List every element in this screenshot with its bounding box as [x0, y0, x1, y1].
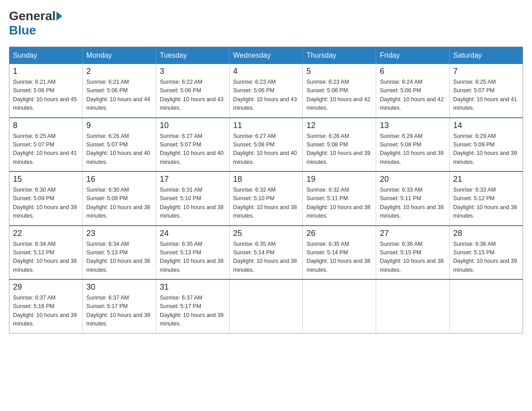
calendar-table: SundayMondayTuesdayWednesdayThursdayFrid…	[9, 47, 523, 334]
day-info: Sunrise: 6:29 AMSunset: 5:09 PMDaylight:…	[453, 132, 519, 167]
day-number: 27	[380, 229, 446, 238]
calendar-week-3: 15Sunrise: 6:30 AMSunset: 5:09 PMDayligh…	[9, 171, 523, 226]
calendar-cell: 10Sunrise: 6:27 AMSunset: 5:07 PMDayligh…	[156, 118, 229, 172]
day-info: Sunrise: 6:32 AMSunset: 5:11 PMDaylight:…	[306, 186, 372, 221]
day-number: 14	[453, 121, 519, 130]
day-number: 12	[306, 121, 372, 130]
day-number: 7	[453, 67, 519, 76]
day-info: Sunrise: 6:37 AMSunset: 5:16 PMDaylight:…	[13, 294, 79, 329]
calendar-cell: 12Sunrise: 6:28 AMSunset: 5:08 PMDayligh…	[303, 118, 376, 172]
day-number: 15	[13, 175, 79, 184]
weekday-header-tuesday: Tuesday	[156, 47, 229, 64]
calendar-cell	[450, 279, 523, 333]
calendar-cell: 19Sunrise: 6:32 AMSunset: 5:11 PMDayligh…	[303, 171, 376, 226]
day-number: 31	[160, 283, 226, 292]
day-info: Sunrise: 6:33 AMSunset: 5:12 PMDaylight:…	[453, 186, 519, 221]
day-number: 30	[86, 283, 152, 292]
day-info: Sunrise: 6:30 AMSunset: 5:09 PMDaylight:…	[13, 186, 79, 221]
day-info: Sunrise: 6:33 AMSunset: 5:11 PMDaylight:…	[380, 186, 446, 221]
weekday-header-saturday: Saturday	[450, 47, 523, 64]
day-info: Sunrise: 6:28 AMSunset: 5:08 PMDaylight:…	[306, 132, 372, 167]
day-number: 21	[453, 175, 519, 184]
calendar-cell: 29Sunrise: 6:37 AMSunset: 5:16 PMDayligh…	[9, 279, 83, 333]
day-info: Sunrise: 6:30 AMSunset: 5:09 PMDaylight:…	[86, 186, 152, 221]
calendar-cell: 5Sunrise: 6:23 AMSunset: 5:06 PMDaylight…	[303, 64, 376, 118]
day-number: 11	[233, 121, 299, 130]
day-number: 18	[233, 175, 299, 184]
day-number: 26	[306, 229, 372, 238]
logo: General Blue	[9, 9, 63, 38]
calendar-cell: 22Sunrise: 6:34 AMSunset: 5:12 PMDayligh…	[9, 226, 83, 280]
weekday-header-sunday: Sunday	[9, 47, 83, 64]
day-info: Sunrise: 6:32 AMSunset: 5:10 PMDaylight:…	[233, 186, 299, 221]
weekday-header-wednesday: Wednesday	[229, 47, 303, 64]
day-info: Sunrise: 6:23 AMSunset: 5:06 PMDaylight:…	[233, 78, 299, 113]
calendar-cell: 18Sunrise: 6:32 AMSunset: 5:10 PMDayligh…	[229, 171, 303, 226]
logo-line1: General	[9, 9, 63, 23]
day-info: Sunrise: 6:25 AMSunset: 5:07 PMDaylight:…	[13, 132, 79, 167]
calendar-cell	[376, 279, 450, 333]
logo-general-part: General	[9, 9, 56, 23]
logo-blue-label: Blue	[9, 23, 36, 37]
day-number: 10	[160, 121, 226, 130]
day-info: Sunrise: 6:34 AMSunset: 5:12 PMDaylight:…	[13, 240, 79, 275]
day-info: Sunrise: 6:35 AMSunset: 5:14 PMDaylight:…	[233, 240, 299, 275]
calendar-cell	[303, 279, 376, 333]
weekday-header-thursday: Thursday	[303, 47, 376, 64]
day-number: 9	[86, 121, 152, 130]
day-info: Sunrise: 6:37 AMSunset: 5:17 PMDaylight:…	[86, 294, 152, 329]
day-info: Sunrise: 6:25 AMSunset: 5:07 PMDaylight:…	[453, 78, 519, 113]
calendar-week-5: 29Sunrise: 6:37 AMSunset: 5:16 PMDayligh…	[9, 279, 523, 333]
calendar-cell: 31Sunrise: 6:37 AMSunset: 5:17 PMDayligh…	[156, 279, 229, 333]
day-number: 28	[453, 229, 519, 238]
calendar-cell: 3Sunrise: 6:22 AMSunset: 5:06 PMDaylight…	[156, 64, 229, 118]
calendar-cell: 1Sunrise: 6:21 AMSunset: 5:06 PMDaylight…	[9, 64, 83, 118]
day-info: Sunrise: 6:31 AMSunset: 5:10 PMDaylight:…	[160, 186, 226, 221]
day-info: Sunrise: 6:35 AMSunset: 5:13 PMDaylight:…	[160, 240, 226, 275]
calendar-cell: 6Sunrise: 6:24 AMSunset: 5:06 PMDaylight…	[376, 64, 450, 118]
calendar-cell: 15Sunrise: 6:30 AMSunset: 5:09 PMDayligh…	[9, 171, 83, 226]
day-number: 22	[13, 229, 79, 238]
calendar-cell: 25Sunrise: 6:35 AMSunset: 5:14 PMDayligh…	[229, 226, 303, 280]
day-info: Sunrise: 6:35 AMSunset: 5:14 PMDaylight:…	[306, 240, 372, 275]
day-number: 25	[233, 229, 299, 238]
day-number: 24	[160, 229, 226, 238]
weekday-header-monday: Monday	[82, 47, 156, 64]
day-info: Sunrise: 6:34 AMSunset: 5:13 PMDaylight:…	[86, 240, 152, 275]
calendar-cell: 24Sunrise: 6:35 AMSunset: 5:13 PMDayligh…	[156, 226, 229, 280]
day-number: 4	[233, 67, 299, 76]
day-number: 19	[306, 175, 372, 184]
calendar-cell: 8Sunrise: 6:25 AMSunset: 5:07 PMDaylight…	[9, 118, 83, 172]
calendar-cell: 27Sunrise: 6:36 AMSunset: 5:15 PMDayligh…	[376, 226, 450, 280]
day-info: Sunrise: 6:21 AMSunset: 5:06 PMDaylight:…	[13, 78, 79, 113]
day-number: 5	[306, 67, 372, 76]
calendar-cell: 17Sunrise: 6:31 AMSunset: 5:10 PMDayligh…	[156, 171, 229, 226]
day-number: 8	[13, 121, 79, 130]
day-number: 23	[86, 229, 152, 238]
calendar-header-row: SundayMondayTuesdayWednesdayThursdayFrid…	[9, 47, 523, 64]
calendar-week-2: 8Sunrise: 6:25 AMSunset: 5:07 PMDaylight…	[9, 118, 523, 172]
calendar-cell: 13Sunrise: 6:29 AMSunset: 5:08 PMDayligh…	[376, 118, 450, 172]
day-number: 13	[380, 121, 446, 130]
day-info: Sunrise: 6:27 AMSunset: 5:08 PMDaylight:…	[233, 132, 299, 167]
calendar-cell: 14Sunrise: 6:29 AMSunset: 5:09 PMDayligh…	[450, 118, 523, 172]
calendar-cell: 2Sunrise: 6:21 AMSunset: 5:06 PMDaylight…	[82, 64, 156, 118]
calendar-cell: 9Sunrise: 6:26 AMSunset: 5:07 PMDaylight…	[82, 118, 156, 172]
day-number: 1	[13, 67, 79, 76]
day-number: 3	[160, 67, 226, 76]
day-number: 29	[13, 283, 79, 292]
day-info: Sunrise: 6:29 AMSunset: 5:08 PMDaylight:…	[380, 132, 446, 167]
day-number: 6	[380, 67, 446, 76]
day-info: Sunrise: 6:26 AMSunset: 5:07 PMDaylight:…	[86, 132, 152, 167]
logo-line2: Blue	[9, 23, 63, 38]
calendar-cell: 23Sunrise: 6:34 AMSunset: 5:13 PMDayligh…	[82, 226, 156, 280]
day-info: Sunrise: 6:36 AMSunset: 5:15 PMDaylight:…	[453, 240, 519, 275]
day-info: Sunrise: 6:37 AMSunset: 5:17 PMDaylight:…	[160, 294, 226, 329]
day-number: 17	[160, 175, 226, 184]
calendar-week-1: 1Sunrise: 6:21 AMSunset: 5:06 PMDaylight…	[9, 64, 523, 118]
calendar-cell: 21Sunrise: 6:33 AMSunset: 5:12 PMDayligh…	[450, 171, 523, 226]
day-info: Sunrise: 6:22 AMSunset: 5:06 PMDaylight:…	[160, 78, 226, 113]
day-number: 2	[86, 67, 152, 76]
calendar-cell	[229, 279, 303, 333]
day-info: Sunrise: 6:21 AMSunset: 5:06 PMDaylight:…	[86, 78, 152, 113]
